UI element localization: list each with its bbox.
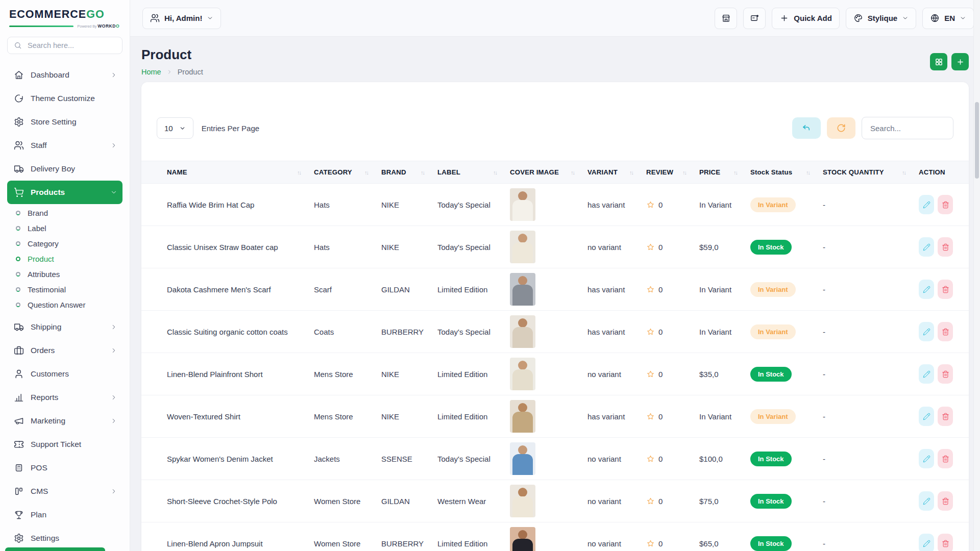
- column-header-review[interactable]: REVIEW↑↓: [646, 161, 699, 184]
- undo-button[interactable]: [792, 117, 821, 139]
- sidebar-subitem-attributes[interactable]: Attributes: [7, 266, 122, 282]
- refresh-button[interactable]: [827, 117, 855, 139]
- sidebar-subitem-brand[interactable]: Brand: [7, 205, 122, 220]
- sidebar-item-support-ticket[interactable]: Support Ticket: [7, 433, 122, 456]
- sort-icon[interactable]: ↑↓: [682, 169, 686, 176]
- quick-add-button[interactable]: Quick Add: [772, 8, 839, 29]
- circle-icon: [16, 226, 20, 231]
- delete-button[interactable]: [938, 449, 953, 468]
- product-stock-quantity: -: [823, 353, 919, 395]
- sidebar-item-reports[interactable]: Reports: [7, 386, 122, 409]
- pencil-icon: [923, 455, 930, 463]
- sort-icon[interactable]: ↑↓: [629, 169, 633, 176]
- theme-select-button[interactable]: Stylique: [846, 8, 916, 29]
- chevron-down-icon: [207, 15, 213, 21]
- sort-icon[interactable]: ↑↓: [421, 169, 424, 176]
- sidebar-item-store-setting[interactable]: Store Setting: [7, 110, 122, 134]
- sidebar-item-settings[interactable]: Settings: [7, 527, 122, 550]
- sidebar-item-customers[interactable]: Customers: [7, 362, 122, 386]
- edit-button[interactable]: [919, 322, 934, 341]
- product-table: NAME↑↓CATEGORY↑↓BRAND↑↓LABEL↑↓COVER IMAG…: [141, 161, 969, 551]
- column-header-label[interactable]: LABEL↑↓: [437, 161, 510, 184]
- sidebar-subitem-category[interactable]: Category: [7, 236, 122, 251]
- circle-icon: [16, 241, 20, 246]
- column-header-variant[interactable]: VARIANT↑↓: [587, 161, 646, 184]
- delete-button[interactable]: [938, 322, 953, 341]
- edit-button[interactable]: [919, 280, 934, 299]
- delete-button[interactable]: [938, 491, 953, 511]
- product-price: In Variant: [699, 268, 750, 311]
- star-icon: [646, 412, 655, 421]
- sidebar-search-input[interactable]: [27, 41, 116, 50]
- edit-button[interactable]: [919, 534, 934, 551]
- sidebar-subitem-label[interactable]: Label: [7, 220, 122, 236]
- trash-icon: [942, 540, 949, 547]
- product-label: Limited Edition: [437, 395, 510, 438]
- breadcrumb: Home Product: [141, 68, 203, 76]
- sort-icon[interactable]: ↑↓: [806, 169, 810, 176]
- sort-icon[interactable]: ↑↓: [493, 169, 497, 176]
- delete-button[interactable]: [938, 280, 953, 299]
- delete-button[interactable]: [938, 237, 953, 257]
- edit-button[interactable]: [919, 364, 934, 384]
- product-stock-quantity: -: [823, 184, 919, 226]
- edit-button[interactable]: [919, 491, 934, 511]
- sort-icon[interactable]: ↑↓: [571, 169, 574, 176]
- edit-button[interactable]: [919, 237, 934, 257]
- column-header-category[interactable]: CATEGORY↑↓: [314, 161, 381, 184]
- product-review: 0: [646, 328, 699, 336]
- delete-button[interactable]: [938, 195, 953, 214]
- column-header-stock-status[interactable]: Stock Status↑↓: [750, 161, 823, 184]
- column-header-name[interactable]: NAME↑↓: [141, 161, 314, 184]
- sort-icon[interactable]: ↑↓: [733, 169, 737, 176]
- messages-button[interactable]: [743, 8, 766, 29]
- sort-icon[interactable]: ↑↓: [297, 169, 301, 176]
- language-select-button[interactable]: EN: [922, 8, 974, 29]
- table-search-input[interactable]: [862, 117, 953, 139]
- column-header-brand[interactable]: BRAND↑↓: [381, 161, 437, 184]
- product-table-body: Raffia Wide Brim Hat Cap Hats NIKE Today…: [141, 184, 969, 551]
- sidebar-search: [7, 37, 122, 54]
- product-review: 0: [646, 539, 699, 548]
- breadcrumb-home-link[interactable]: Home: [141, 68, 161, 76]
- delete-button[interactable]: [938, 407, 953, 426]
- edit-button[interactable]: [919, 195, 934, 214]
- sidebar-subitem-testimonial[interactable]: Testimonial: [7, 282, 122, 297]
- sidebar-item-orders[interactable]: Orders: [7, 339, 122, 362]
- edit-button[interactable]: [919, 407, 934, 426]
- storefront-button[interactable]: [715, 8, 737, 29]
- storefront-icon: [721, 13, 731, 23]
- sidebar-item-cms[interactable]: CMS: [7, 480, 122, 503]
- delete-button[interactable]: [938, 364, 953, 384]
- scrollbar-thumb[interactable]: [975, 102, 979, 179]
- product-brand: BURBERRY: [381, 522, 437, 551]
- sidebar-item-marketing[interactable]: Marketing: [7, 409, 122, 433]
- add-product-button[interactable]: [951, 53, 969, 70]
- column-header-cover-image[interactable]: COVER IMAGE↑↓: [510, 161, 587, 184]
- star-icon: [646, 455, 655, 463]
- sidebar-item-staff[interactable]: Staff: [7, 134, 122, 157]
- column-header-price[interactable]: PRICE↑↓: [699, 161, 750, 184]
- sidebar-item-delivery-boy[interactable]: Delivery Boy: [7, 157, 122, 181]
- sidebar-item-plan[interactable]: Plan: [7, 503, 122, 527]
- sidebar-item-theme-customize[interactable]: Theme Customize: [7, 87, 122, 110]
- sidebar-item-dashboard[interactable]: Dashboard: [7, 63, 122, 87]
- grid-view-button[interactable]: [930, 53, 947, 70]
- column-header-stock-quantity[interactable]: STOCK QUANTITY↑↓: [823, 161, 919, 184]
- edit-button[interactable]: [919, 449, 934, 468]
- trash-icon: [942, 201, 949, 209]
- topbar-right: Quick Add Stylique EN: [715, 8, 974, 29]
- delete-button[interactable]: [938, 534, 953, 551]
- app-logo[interactable]: ECOMMERCEGO Powered By WORKDO: [0, 0, 130, 29]
- sidebar-subitem-product[interactable]: Product: [7, 251, 122, 266]
- table-row: Classic Suiting organic cotton coats Coa…: [141, 311, 969, 353]
- sidebar-item-pos[interactable]: POS: [7, 456, 122, 480]
- entries-per-page-select[interactable]: 10: [157, 117, 193, 139]
- admin-menu-button[interactable]: Hi, Admin!: [142, 8, 221, 29]
- sort-icon[interactable]: ↑↓: [364, 169, 368, 176]
- sort-icon[interactable]: ↑↓: [902, 169, 905, 176]
- sidebar-subitem-question-answer[interactable]: Question Answer: [7, 297, 122, 312]
- sidebar-item-products[interactable]: Products: [7, 181, 122, 204]
- sidebar-item-shipping[interactable]: Shipping: [7, 315, 122, 339]
- page-scrollbar[interactable]: [973, 0, 980, 551]
